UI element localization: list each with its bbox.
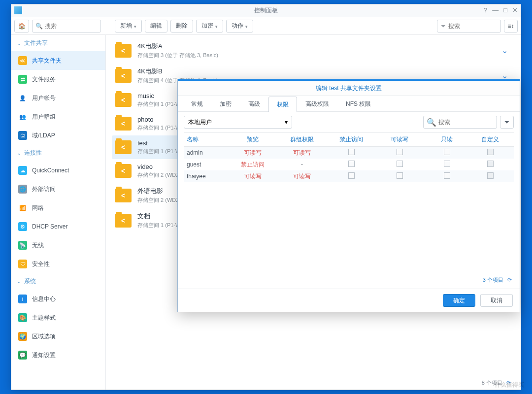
share-folder-icon: < xyxy=(115,189,132,202)
tab-NFS 权限[interactable]: NFS 权限 xyxy=(337,96,379,111)
close-button[interactable]: ✕ xyxy=(512,6,518,14)
theme-icon: 🎨 xyxy=(18,313,27,322)
sidebar-item-regional[interactable]: 🌍区域选项 xyxy=(11,327,105,346)
table-row[interactable]: thaiyee可读写可读写 xyxy=(184,170,514,182)
cell: 禁止访问 xyxy=(228,161,277,169)
col-group[interactable]: 群组权限 xyxy=(277,135,327,144)
edit-button[interactable]: 编辑 xyxy=(145,20,167,33)
main-search-input[interactable] xyxy=(448,23,498,30)
sidebar-item-security[interactable]: 🛡安全性 xyxy=(11,255,105,273)
new-button[interactable]: 新增 xyxy=(115,20,142,33)
checkbox[interactable] xyxy=(444,161,450,167)
wireless-icon: 📡 xyxy=(18,241,27,250)
minimize-button[interactable]: — xyxy=(492,6,499,14)
cell: guest xyxy=(184,161,228,168)
share-folder-icon: < xyxy=(115,69,132,83)
cell: 可读写 xyxy=(277,172,327,181)
sidebar-section[interactable]: 系统 xyxy=(11,273,105,290)
tab-常规[interactable]: 常规 xyxy=(183,96,211,111)
main-search[interactable]: ⏷ xyxy=(437,20,501,33)
sidebar-item-quickconnect[interactable]: ☁QuickConnect xyxy=(11,161,105,180)
col-preview[interactable]: 预览 xyxy=(228,135,277,144)
sidebar-section[interactable]: 连接性 xyxy=(11,145,105,161)
cancel-button[interactable]: 取消 xyxy=(480,294,513,307)
cell: admin xyxy=(184,149,228,156)
table-row[interactable]: admin可读写可读写 xyxy=(184,147,514,159)
tab-高级权限[interactable]: 高级权限 xyxy=(297,96,337,111)
cell: thaiyee xyxy=(184,173,228,180)
cell: 可读写 xyxy=(228,149,277,157)
watermark: 什么值得买 xyxy=(495,381,524,389)
share-folder-icon: < xyxy=(115,140,132,154)
checkbox[interactable] xyxy=(444,172,450,179)
sidebar-item-external-access[interactable]: 🌐外部访问 xyxy=(11,180,105,198)
permissions-table: 名称 预览 群组权限 禁止访问 可读写 只读 自定义 admin可读写可读写gu… xyxy=(184,132,514,289)
sidebar-item-notification[interactable]: 💬通知设置 xyxy=(11,346,105,364)
tab-加密[interactable]: 加密 xyxy=(211,96,240,111)
table-row[interactable]: guest禁止访问- xyxy=(184,159,514,170)
delete-button[interactable]: 删除 xyxy=(170,20,193,33)
checkbox[interactable] xyxy=(348,172,355,179)
sidebar-item-label: 文件服务 xyxy=(32,75,56,84)
checkbox[interactable] xyxy=(444,149,450,155)
sidebar-item-label: 共享文件夹 xyxy=(32,57,62,65)
tab-高级[interactable]: 高级 xyxy=(240,96,268,111)
cell: - xyxy=(277,161,327,168)
checkbox[interactable] xyxy=(397,149,403,155)
sidebar-item-label: 区域选项 xyxy=(32,332,56,341)
user-icon: 👤 xyxy=(18,94,27,102)
window-controls: ? — □ ✕ xyxy=(484,6,518,14)
col-rw[interactable]: 可读写 xyxy=(376,135,423,144)
col-custom[interactable]: 自定义 xyxy=(470,135,510,144)
folder-row[interactable]: <4K电影A存储空间 3 (位于 存储池 3, Basic)⌄ xyxy=(112,38,515,63)
filter-button[interactable]: ⏷ xyxy=(500,116,514,129)
tab-权限[interactable]: 权限 xyxy=(268,97,297,112)
checkbox[interactable] xyxy=(348,149,355,155)
checkbox[interactable] xyxy=(397,172,403,179)
sidebar-search-input[interactable] xyxy=(45,23,98,30)
refresh-icon[interactable]: ⟳ xyxy=(507,277,512,283)
folder-location: 存储空间 3 (位于 存储池 3, Basic) xyxy=(137,52,492,59)
dialog-search-input[interactable] xyxy=(438,119,494,126)
sidebar-item-label: 域/LDAP xyxy=(32,131,55,140)
sidebar-section[interactable]: 文件共享 xyxy=(11,35,105,51)
sidebar-item-label: 用户帐号 xyxy=(32,94,56,102)
col-deny[interactable]: 禁止访问 xyxy=(327,135,376,144)
dialog-toolbar: 本地用户▾ 🔍 ⏷ xyxy=(178,112,520,132)
checkbox[interactable] xyxy=(348,161,355,167)
sidebar-item-network[interactable]: 📶网络 xyxy=(11,198,105,217)
sidebar-item-user[interactable]: 👤用户帐号 xyxy=(11,89,105,107)
dialog-search[interactable]: 🔍 xyxy=(423,116,497,129)
col-ro[interactable]: 只读 xyxy=(423,135,470,144)
sort-button[interactable]: ≡↕ xyxy=(504,20,518,33)
sidebar-item-file-services[interactable]: ⇄文件服务 xyxy=(11,70,105,89)
encrypt-button[interactable]: 加密 xyxy=(196,20,223,33)
sidebar-item-theme[interactable]: 🎨主题样式 xyxy=(11,308,105,327)
sidebar-item-shared-folder[interactable]: ≪共享文件夹 xyxy=(11,51,105,70)
dialog-title: 编辑 test 共享文件夹设置 xyxy=(178,79,520,96)
cell xyxy=(470,172,510,180)
cell xyxy=(327,149,376,157)
sidebar-item-dhcp[interactable]: ⚙DHCP Server xyxy=(11,217,105,236)
checkbox[interactable] xyxy=(397,161,403,167)
chevron-down-icon[interactable]: ⌄ xyxy=(498,46,512,55)
col-name[interactable]: 名称 xyxy=(184,135,228,144)
sidebar-search[interactable]: 🔍 xyxy=(32,20,101,33)
user-scope-select[interactable]: 本地用户▾ xyxy=(184,116,292,129)
sidebar-item-group[interactable]: 👥用户群组 xyxy=(11,107,105,126)
cell xyxy=(376,172,423,180)
help-button[interactable]: ? xyxy=(484,6,487,14)
maximize-button[interactable]: □ xyxy=(503,6,507,14)
home-button[interactable]: 🏠 xyxy=(14,20,29,33)
sidebar-item-label: QuickConnect xyxy=(32,167,69,174)
checkbox xyxy=(487,149,494,155)
sidebar-item-info[interactable]: i信息中心 xyxy=(11,290,105,308)
sidebar-item-wireless[interactable]: 📡无线 xyxy=(11,236,105,255)
external-access-icon: 🌐 xyxy=(18,185,27,194)
share-folder-icon: < xyxy=(115,214,132,228)
sidebar-item-ldap[interactable]: 🗂域/LDAP xyxy=(11,126,105,145)
ok-button[interactable]: 确定 xyxy=(443,294,475,307)
cell xyxy=(423,149,470,157)
folder-name: 4K电影B xyxy=(137,67,492,76)
action-button[interactable]: 动作 xyxy=(226,20,253,33)
